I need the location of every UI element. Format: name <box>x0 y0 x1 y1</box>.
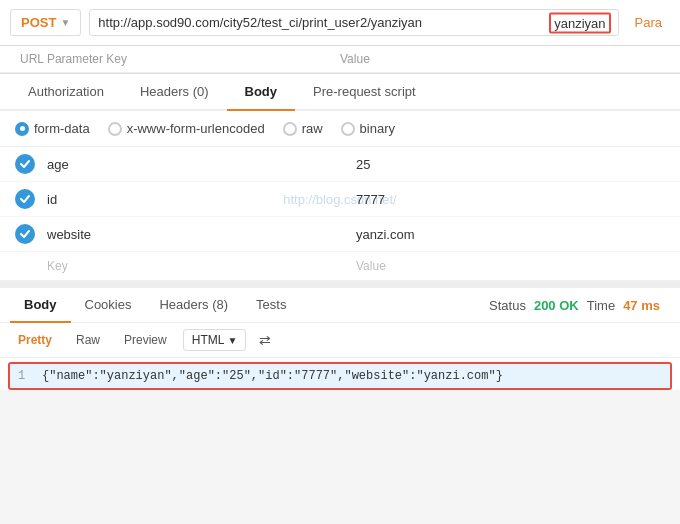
response-section: Body Cookies Headers (8) Tests Status 20… <box>0 282 680 390</box>
check-icon-age[interactable] <box>15 154 35 174</box>
url-input[interactable] <box>89 9 618 36</box>
body-options: form-data x-www-form-urlencoded raw bina… <box>0 111 680 147</box>
radio-raw-circle <box>283 122 297 136</box>
method-label: POST <box>21 15 56 30</box>
radio-binary-circle <box>341 122 355 136</box>
field-row-empty: Key Value <box>0 252 680 281</box>
empty-key-label: Key <box>47 259 356 273</box>
field-key-id: id <box>47 192 356 207</box>
tab-pre-request[interactable]: Pre-request script <box>295 74 434 111</box>
field-row-website: website yanzi.com <box>0 217 680 252</box>
method-chevron-icon: ▼ <box>60 17 70 28</box>
wrap-icon[interactable]: ⇄ <box>259 332 271 348</box>
check-icon-website[interactable] <box>15 224 35 244</box>
param-key-header: URL Parameter Key <box>20 52 340 66</box>
para-button[interactable]: Para <box>627 10 670 35</box>
url-input-wrap: yanziyan <box>89 9 618 36</box>
check-icon-id[interactable] <box>15 189 35 209</box>
line-number: 1 <box>18 369 30 383</box>
url-bar: POST ▼ yanziyan Para <box>0 0 680 46</box>
tab-authorization[interactable]: Authorization <box>10 74 122 111</box>
radio-urlencoded-label: x-www-form-urlencoded <box>127 121 265 136</box>
time-value: 47 ms <box>623 298 660 313</box>
params-header: URL Parameter Key Value <box>0 46 680 73</box>
code-content: {"name":"yanziyan","age":"25","id":"7777… <box>42 369 503 383</box>
field-value-id: 7777 <box>356 192 665 207</box>
radio-form-data-circle <box>15 122 29 136</box>
code-line-1: 1 {"name":"yanziyan","age":"25","id":"77… <box>10 364 670 388</box>
status-label: Status <box>489 298 526 313</box>
field-value-age: 25 <box>356 157 665 172</box>
field-row-id: id http://blog.csdn.net/ 7777 <box>0 182 680 217</box>
format-select[interactable]: HTML ▼ <box>183 329 247 351</box>
resp-tab-tests[interactable]: Tests <box>242 288 300 323</box>
field-value-website: yanzi.com <box>356 227 665 242</box>
radio-raw-label: raw <box>302 121 323 136</box>
request-tabs: Authorization Headers (0) Body Pre-reque… <box>0 74 680 111</box>
field-key-website: website <box>47 227 356 242</box>
response-tabs: Body Cookies Headers (8) Tests Status 20… <box>0 288 680 323</box>
fmt-raw-button[interactable]: Raw <box>68 330 108 350</box>
resp-tab-headers[interactable]: Headers (8) <box>145 288 242 323</box>
format-select-label: HTML <box>192 333 225 347</box>
time-label: Time <box>587 298 615 313</box>
resp-tab-cookies[interactable]: Cookies <box>71 288 146 323</box>
fmt-preview-button[interactable]: Preview <box>116 330 175 350</box>
status-value: 200 OK <box>534 298 579 313</box>
method-button[interactable]: POST ▼ <box>10 9 81 36</box>
radio-form-data-label: form-data <box>34 121 90 136</box>
radio-binary[interactable]: binary <box>341 121 395 136</box>
param-value-header: Value <box>340 52 660 66</box>
code-area: 1 {"name":"yanziyan","age":"25","id":"77… <box>8 362 672 390</box>
radio-binary-label: binary <box>360 121 395 136</box>
field-row-age: age 25 <box>0 147 680 182</box>
fields-table: age 25 id http://blog.csdn.net/ 7777 web… <box>0 147 680 282</box>
params-area: URL Parameter Key Value <box>0 46 680 74</box>
response-status: Status 200 OK Time 47 ms <box>489 298 670 313</box>
fmt-pretty-button[interactable]: Pretty <box>10 330 60 350</box>
format-bar: Pretty Raw Preview HTML ▼ ⇄ <box>0 323 680 358</box>
field-key-age: age <box>47 157 356 172</box>
tab-headers[interactable]: Headers (0) <box>122 74 227 111</box>
radio-urlencoded[interactable]: x-www-form-urlencoded <box>108 121 265 136</box>
radio-urlencoded-circle <box>108 122 122 136</box>
resp-tab-body[interactable]: Body <box>10 288 71 323</box>
empty-value-label: Value <box>356 259 665 273</box>
format-chevron-icon: ▼ <box>227 335 237 346</box>
radio-raw[interactable]: raw <box>283 121 323 136</box>
tab-body[interactable]: Body <box>227 74 296 111</box>
radio-form-data[interactable]: form-data <box>15 121 90 136</box>
